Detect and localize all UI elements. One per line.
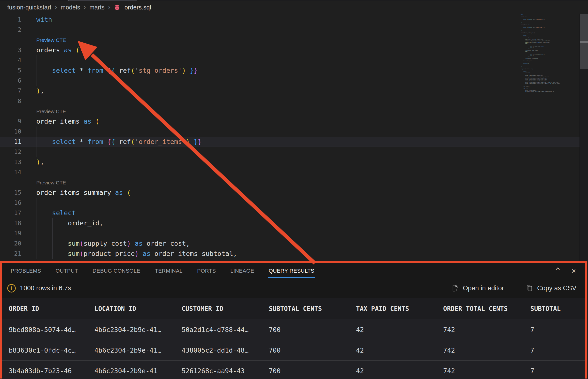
codelens-row[interactable]: Preview CTE: [0, 35, 580, 45]
table-row[interactable]: 9bed808a-5074-4d…4b6c2304-2b9e-41…50a2d1…: [2, 319, 585, 340]
scrollbar-decoration: [580, 41, 588, 43]
minimap[interactable]: with orders as ( select * from {{ ref('s…: [519, 14, 580, 94]
line-number: 17: [0, 208, 21, 218]
code-line[interactable]: 1with: [0, 15, 580, 25]
line-number: 20: [0, 238, 21, 249]
code-line[interactable]: 3orders as (: [0, 45, 580, 55]
column-header: SUBTOTAL_CENTS: [269, 305, 356, 312]
line-number: 8: [0, 96, 21, 106]
code-text: select * from {{ ref('stg_orders') }}: [36, 65, 198, 76]
code-text: sum(product_price) as order_items_subtot…: [36, 249, 237, 259]
tab-output[interactable]: OUTPUT: [55, 264, 78, 278]
tab-query-results[interactable]: QUERY RESULTS: [268, 264, 315, 278]
code-text: orders as (: [36, 45, 80, 55]
table-cell: 700: [269, 367, 356, 375]
code-line[interactable]: 18 order_id,: [0, 218, 580, 228]
indent-guide: [37, 147, 37, 157]
line-number: 11: [0, 137, 21, 147]
table-row[interactable]: 3b4a03db-7b23-464b6c2304-2b9e-415261268c…: [2, 361, 585, 379]
panel-window-buttons: ^ ✕: [556, 263, 576, 278]
code-line[interactable]: 12: [0, 147, 580, 157]
code-line[interactable]: 15order_items_summary as (: [0, 188, 580, 198]
copy-as-csv-button[interactable]: Copy as CSV: [526, 284, 576, 292]
tab-debug-console[interactable]: DEBUG CONSOLE: [92, 264, 141, 278]
breadcrumb-file-name[interactable]: orders.sql: [124, 4, 151, 11]
panel-tab-bar: PROBLEMSOUTPUTDEBUG CONSOLETERMINALPORTS…: [2, 263, 585, 278]
line-number: 10: [0, 126, 21, 137]
editor-scrollbar[interactable]: [580, 14, 588, 261]
table-cell: 7: [530, 367, 585, 375]
copy-as-csv-label: Copy as CSV: [537, 284, 576, 292]
open-in-editor-label: Open in editor: [463, 284, 504, 292]
code-line[interactable]: 14: [0, 167, 580, 177]
close-icon[interactable]: ✕: [572, 267, 576, 274]
tab-lineage[interactable]: LINEAGE: [230, 264, 255, 278]
codelens-row[interactable]: Preview CTE: [0, 106, 580, 116]
breadcrumb-models[interactable]: models: [60, 4, 80, 11]
line-number: 1: [0, 15, 21, 25]
codelens-row[interactable]: Preview CTE: [0, 177, 580, 188]
code-line[interactable]: 11 select * from {{ ref('order_items') }…: [0, 137, 580, 147]
code-editor[interactable]: 1with2Preview CTE3orders as (45 select *…: [0, 15, 580, 259]
code-line[interactable]: 19: [0, 228, 580, 238]
query-results-panel: PROBLEMSOUTPUTDEBUG CONSOLETERMINALPORTS…: [0, 261, 587, 379]
code-text: with: [36, 15, 52, 25]
column-header: SUBTOTAL: [530, 305, 585, 312]
code-line[interactable]: 16: [0, 198, 580, 208]
line-number: 9: [0, 116, 21, 126]
table-row[interactable]: b83630c1-0fdc-4c…4b6c2304-2b9e-41…438005…: [2, 340, 585, 361]
chevron-up-icon[interactable]: ^: [556, 267, 560, 274]
chevron-right-icon: ›: [84, 4, 86, 11]
line-number: 13: [0, 157, 21, 167]
tab-terminal[interactable]: TERMINAL: [154, 264, 183, 278]
breadcrumb-project[interactable]: fusion-quickstart: [7, 4, 51, 11]
column-header: ORDER_TOTAL_CENTS: [443, 305, 530, 312]
line-number: 12: [0, 147, 21, 157]
results-status-bar: ! 1000 rows in 6.7s Open in editor: [2, 278, 585, 298]
code-line[interactable]: 7),: [0, 86, 580, 96]
table-cell: 4b6c2304-2b9e-41…: [94, 326, 182, 333]
tab-problems[interactable]: PROBLEMS: [10, 264, 41, 278]
line-number: 18: [0, 218, 21, 228]
results-actions: Open in editor Copy as CSV: [452, 284, 576, 292]
code-line[interactable]: 9order_items as (: [0, 116, 580, 126]
indent-guide: [37, 55, 37, 65]
code-text: select: [36, 208, 76, 218]
code-line[interactable]: 10: [0, 126, 580, 137]
code-text: ),: [36, 86, 44, 96]
table-cell: 42: [356, 326, 443, 333]
code-line[interactable]: 20 sum(supply_cost) as order_cost,: [0, 238, 580, 249]
code-line[interactable]: 21 sum(product_price) as order_items_sub…: [0, 249, 580, 259]
copy-icon: [526, 284, 533, 292]
code-line[interactable]: 8: [0, 96, 580, 106]
table-cell: b83630c1-0fdc-4c…: [9, 347, 94, 354]
table-cell: 438005c2-dd1d-48…: [182, 347, 269, 354]
code-line[interactable]: 2: [0, 25, 580, 35]
indent-guide: [52, 228, 53, 238]
code-text: select * from {{ ref('order_items') }}: [36, 137, 202, 147]
warning-icon: !: [7, 284, 16, 292]
breadcrumb-marts[interactable]: marts: [89, 4, 105, 11]
table-cell: 50a2d1c4-d788-44…: [182, 326, 269, 333]
code-line[interactable]: 4: [0, 55, 580, 65]
column-header: TAX_PAID_CENTS: [356, 305, 443, 312]
database-icon: [114, 4, 120, 12]
code-line[interactable]: 5 select * from {{ ref('stg_orders') }}: [0, 65, 580, 76]
indent-guide: [37, 126, 37, 137]
line-number: 15: [0, 188, 21, 198]
codelens-preview-cte[interactable]: Preview CTE: [36, 107, 66, 116]
code-text: sum(supply_cost) as order_cost,: [36, 238, 190, 249]
table-cell: 9bed808a-5074-4d…: [9, 326, 94, 333]
code-line[interactable]: 6: [0, 76, 580, 86]
table-cell: 5261268c-aa94-43: [182, 367, 269, 375]
table-cell: 4b6c2304-2b9e-41…: [94, 347, 182, 354]
results-table-header: ORDER_IDLOCATION_IDCUSTOMER_IDSUBTOTAL_C…: [2, 298, 585, 319]
codelens-preview-cte[interactable]: Preview CTE: [36, 178, 66, 187]
tab-ports[interactable]: PORTS: [197, 264, 216, 278]
code-text: order_items as (: [36, 116, 99, 126]
codelens-preview-cte[interactable]: Preview CTE: [36, 36, 66, 45]
line-number: 6: [0, 76, 21, 86]
code-line[interactable]: 13),: [0, 157, 580, 167]
open-in-editor-button[interactable]: Open in editor: [452, 284, 504, 292]
code-line[interactable]: 17 select: [0, 208, 580, 218]
